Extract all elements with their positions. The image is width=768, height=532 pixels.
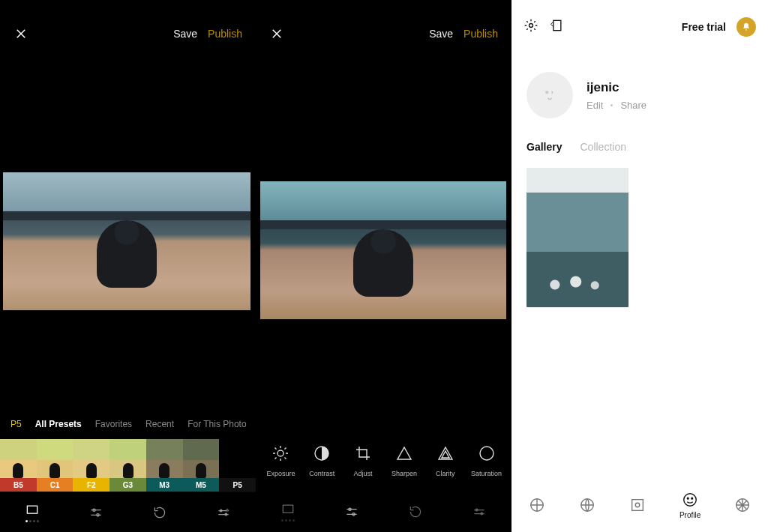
preset-C1[interactable]: C1 [37,439,74,492]
nav-sliders-icon[interactable] [341,498,362,525]
category-all-presets[interactable]: All Presets [35,419,82,429]
tool-label: Clarity [436,470,455,477]
profile-screen: Free trial ijenic Edit Share Gallery [512,0,768,532]
nav-label: Profile [680,511,700,519]
tool-saturation[interactable]: Saturation [466,444,507,477]
save-button[interactable]: Save [173,28,197,40]
share-profile-link[interactable]: Share [620,100,646,111]
svg-point-19 [635,503,640,507]
nav-studio-icon[interactable] [629,497,646,513]
notifications-icon[interactable] [736,17,756,37]
save-button[interactable]: Save [429,28,453,40]
preset-B5[interactable]: B5 [0,439,37,492]
tab-gallery[interactable]: Gallery [526,141,562,153]
circle-icon [478,444,496,464]
svg-rect-8 [283,505,292,513]
editor1-bottom-nav [0,492,256,532]
svg-point-7 [480,447,494,460]
close-icon[interactable] [14,26,28,41]
preset-P5[interactable]: P5 [219,439,256,492]
tool-label: Adjust [354,470,373,477]
svg-point-21 [687,498,688,499]
editor-presets-screen: Save Publish P5 All Presets Favorites Re… [0,0,256,532]
separator-dot [610,104,613,106]
publish-button[interactable]: Publish [464,28,498,40]
svg-point-22 [692,498,693,499]
preset-M5[interactable]: M5 [183,439,220,492]
editor2-header: Save Publish [256,0,512,67]
triangle-outline-icon [436,444,454,464]
triangle-icon [395,444,413,464]
gallery-photo[interactable] [526,168,628,307]
nav-profile-icon[interactable]: Profile [680,492,700,519]
nav-recipes-icon[interactable] [469,498,490,525]
edit-profile-link[interactable]: Edit [586,100,603,111]
edited-photo [3,172,250,310]
profile-bottom-nav: Profile [512,478,768,532]
avatar[interactable] [526,72,573,118]
nav-discover-icon[interactable] [579,497,596,513]
profile-tabs: Gallery Collection [512,141,768,163]
editor2-bottom-nav [256,492,512,532]
adjust-tool-row: Exposure Contrast Adjust Sharpen Clarity… [256,430,512,492]
gallery-grid [512,163,768,478]
tool-clarity[interactable]: Clarity [424,444,466,477]
nav-history-icon[interactable] [405,498,426,525]
photo-canvas[interactable] [0,67,256,409]
tab-collection[interactable]: Collection [580,141,626,153]
add-to-device-icon[interactable] [549,18,564,36]
nav-feed-icon[interactable] [529,497,545,513]
nav-presets-icon[interactable] [22,499,43,526]
publish-button[interactable]: Publish [208,28,242,40]
preset-G3[interactable]: G3 [110,439,146,492]
tool-label: Sharpen [392,470,417,477]
svg-point-13 [530,24,533,28]
profile-header: Free trial [512,0,768,54]
nav-presets-icon[interactable] [278,498,298,525]
preset-M3[interactable]: M3 [146,439,183,492]
svg-rect-14 [554,20,561,30]
svg-point-20 [684,493,697,506]
editor1-header: Save Publish [0,0,256,67]
category-favorites[interactable]: Favorites [95,419,132,429]
username: ijenic [586,80,646,95]
edited-photo [260,181,506,319]
preset-strip: B5 C1 F2 G3 M3 M5 P5 [0,439,256,492]
nav-history-icon[interactable] [149,499,170,526]
tool-contrast[interactable]: Contrast [302,444,343,477]
svg-rect-18 [632,500,643,511]
nav-recipes-icon[interactable] [213,499,234,526]
svg-point-5 [278,450,284,456]
close-icon[interactable] [269,26,284,41]
preset-F2[interactable]: F2 [73,439,110,492]
tool-label: Contrast [309,470,334,477]
tool-label: Saturation [471,470,502,477]
category-for-this-photo[interactable]: For This Photo [188,419,246,429]
crop-icon [354,444,372,464]
profile-info-row: ijenic Edit Share [512,54,768,141]
tool-adjust[interactable]: Adjust [343,444,384,477]
nav-shop-icon[interactable] [734,497,751,513]
svg-point-15 [546,91,548,94]
tool-label: Exposure [266,470,295,477]
sun-icon [272,444,290,464]
editor-adjust-screen: Save Publish Exposure Contrast Adjust [256,0,512,532]
svg-rect-0 [27,506,37,513]
preset-category-row: P5 All Presets Favorites Recent For This… [0,409,256,439]
category-recent[interactable]: Recent [146,419,174,429]
tool-exposure[interactable]: Exposure [260,444,302,477]
free-trial-button[interactable]: Free trial [682,21,726,33]
gear-icon[interactable] [524,18,538,36]
photo-canvas[interactable] [256,67,512,430]
nav-sliders-icon[interactable] [86,499,106,526]
category-current-preset[interactable]: P5 [10,419,22,429]
tool-sharpen[interactable]: Sharpen [383,444,424,477]
contrast-icon [313,444,331,464]
